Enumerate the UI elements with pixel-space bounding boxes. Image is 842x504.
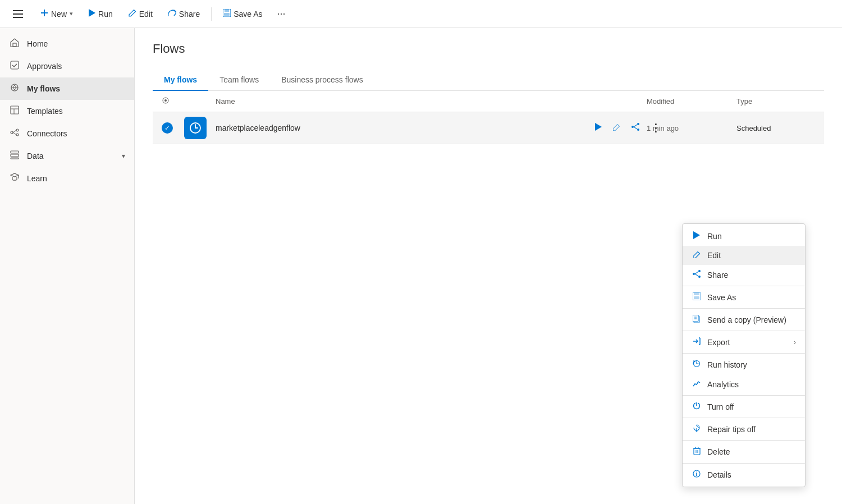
- svg-marker-34: [693, 231, 700, 239]
- learn-icon: [9, 173, 20, 184]
- svg-marker-5: [89, 9, 95, 17]
- table-header: Name Modified Type: [153, 91, 824, 112]
- menu-export-label: Export: [707, 338, 788, 347]
- col-check-header: [162, 97, 184, 106]
- new-dropdown-arrow: ▾: [70, 10, 73, 17]
- tab-team-flows[interactable]: Team flows: [208, 70, 270, 91]
- run-button[interactable]: Run: [82, 6, 120, 22]
- tab-business-flows[interactable]: Business process flows: [270, 70, 374, 91]
- share-label: Share: [179, 10, 200, 19]
- menu-item-send-copy[interactable]: Send a copy (Preview): [683, 310, 805, 329]
- menu-run-history-icon: [692, 360, 702, 369]
- sidebar-item-data[interactable]: Data ▾: [0, 145, 134, 167]
- sidebar: Home Approvals My flows Templates Connec: [0, 28, 135, 504]
- sidebar-item-templates[interactable]: Templates: [0, 100, 134, 122]
- menu-item-repair-tips[interactable]: Repair tips off: [683, 419, 805, 439]
- menu-item-export[interactable]: Export ›: [683, 332, 805, 352]
- col-type-header: Type: [736, 97, 815, 106]
- run-icon: [89, 9, 95, 19]
- svg-line-33: [634, 127, 637, 129]
- main-layout: Home Approvals My flows Templates Connec: [0, 28, 842, 504]
- content-area: Flows My flows Team flows Business proce…: [135, 28, 842, 504]
- home-icon: [9, 38, 20, 49]
- sidebar-data-label: Data: [27, 152, 115, 161]
- svg-rect-42: [694, 296, 699, 299]
- sidebar-home-label: Home: [27, 39, 125, 48]
- menu-run-icon: [692, 231, 702, 241]
- plus-icon: [40, 9, 48, 19]
- menu-separator-8: [683, 463, 805, 464]
- menu-separator-4: [683, 353, 805, 354]
- toolbar: New ▾ Run Edit Share Save As ···: [0, 0, 842, 28]
- svg-line-38: [695, 272, 698, 274]
- row-edit-button[interactable]: [608, 121, 625, 135]
- menu-turn-off-icon: [692, 402, 702, 411]
- menu-separator-1: [683, 286, 805, 286]
- new-button[interactable]: New ▾: [34, 6, 80, 22]
- menu-item-run[interactable]: Run: [683, 226, 805, 246]
- menu-run-label: Run: [707, 232, 796, 241]
- edit-button[interactable]: Edit: [122, 6, 159, 22]
- hamburger-menu-button[interactable]: [9, 5, 27, 23]
- sidebar-templates-label: Templates: [27, 107, 125, 116]
- menu-item-turn-off[interactable]: Turn off: [683, 397, 805, 416]
- svg-point-60: [696, 471, 697, 473]
- menu-item-edit[interactable]: Edit: [683, 246, 805, 265]
- menu-item-save-as[interactable]: Save As: [683, 287, 805, 307]
- row-share-button[interactable]: [627, 121, 644, 135]
- tab-my-flows[interactable]: My flows: [153, 70, 208, 91]
- menu-item-share[interactable]: Share: [683, 265, 805, 285]
- sidebar-item-home[interactable]: Home: [0, 33, 134, 55]
- save-as-label: Save As: [234, 10, 262, 19]
- more-options-button[interactable]: ···: [272, 4, 291, 23]
- sidebar-item-my-flows[interactable]: My flows: [0, 77, 134, 100]
- svg-rect-21: [11, 151, 19, 153]
- menu-item-details[interactable]: Details: [683, 465, 805, 484]
- menu-repair-tips-icon: [692, 424, 702, 434]
- run-label: Run: [98, 10, 113, 19]
- table-row[interactable]: ✓ marketplaceleadgenflow: [153, 112, 824, 144]
- menu-send-copy-icon: [692, 315, 702, 324]
- row-flow-icon: [184, 117, 216, 139]
- menu-item-run-history[interactable]: Run history: [683, 355, 805, 374]
- flow-icon-box: [184, 117, 207, 139]
- menu-export-icon: [692, 337, 702, 347]
- row-checkbox[interactable]: ✓: [162, 122, 184, 134]
- menu-repair-tips-label: Repair tips off: [707, 425, 796, 434]
- menu-turn-off-label: Turn off: [707, 402, 796, 411]
- svg-point-31: [637, 129, 639, 131]
- sidebar-item-learn[interactable]: Learn: [0, 167, 134, 190]
- toolbar-separator: [211, 7, 212, 21]
- menu-export-arrow: ›: [794, 338, 796, 346]
- data-expand-arrow: ▾: [122, 152, 125, 160]
- menu-save-as-label: Save As: [707, 293, 796, 302]
- context-menu: Run Edit Share Save As: [682, 223, 806, 487]
- svg-point-29: [632, 126, 634, 128]
- share-icon: [168, 9, 176, 19]
- svg-point-26: [164, 99, 167, 102]
- row-type: Scheduled: [736, 123, 815, 133]
- row-run-button[interactable]: [591, 121, 606, 135]
- svg-rect-23: [11, 158, 19, 159]
- svg-marker-28: [595, 123, 602, 131]
- menu-item-analytics[interactable]: Analytics: [683, 374, 805, 394]
- svg-line-19: [13, 130, 16, 132]
- menu-edit-icon: [692, 251, 702, 260]
- menu-separator-5: [683, 395, 805, 396]
- share-button[interactable]: Share: [162, 6, 207, 22]
- menu-item-delete[interactable]: Delete: [683, 442, 805, 462]
- sidebar-learn-label: Learn: [27, 174, 125, 183]
- sidebar-approvals-label: Approvals: [27, 62, 125, 71]
- tabs-bar: My flows Team flows Business process flo…: [153, 70, 824, 91]
- my-flows-icon: [9, 83, 20, 94]
- svg-point-35: [693, 273, 695, 275]
- svg-line-32: [634, 125, 637, 127]
- new-label: New: [51, 10, 67, 19]
- connectors-icon: [9, 128, 20, 139]
- sidebar-item-connectors[interactable]: Connectors: [0, 122, 134, 145]
- more-icon: ···: [277, 8, 286, 19]
- sidebar-item-approvals[interactable]: Approvals: [0, 55, 134, 77]
- sidebar-connectors-label: Connectors: [27, 129, 125, 138]
- save-as-button[interactable]: Save As: [216, 6, 269, 22]
- sidebar-my-flows-label: My flows: [27, 84, 125, 93]
